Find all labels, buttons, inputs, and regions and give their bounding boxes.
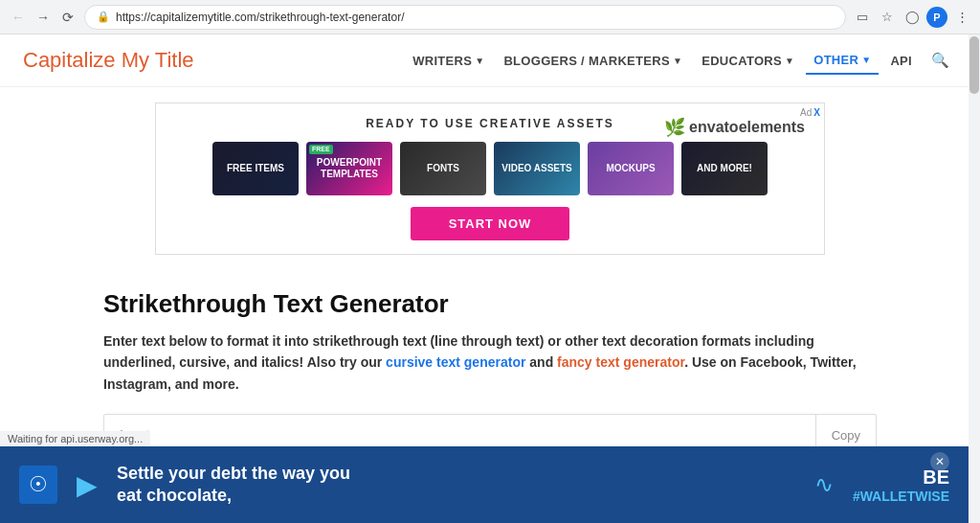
ad-banner: Ad X READY TO USE CREATIVE ASSETS 🌿 enva… [155, 102, 825, 255]
ad-item-ppt[interactable]: FREE POWERPOINT TEMPLATES [306, 142, 392, 195]
shield-icon: ☉ [29, 472, 48, 475]
site-nav: WRITERS ▼ BLOGGERS / MARKETERS ▼ EDUCATO… [405, 46, 957, 75]
ad-item-free[interactable]: FREE ITEMS [212, 142, 299, 195]
lock-icon: 🔒 [97, 11, 110, 23]
fancy-generator-link[interactable]: fancy text generator [557, 354, 684, 370]
chevron-down-icon: ▼ [785, 56, 794, 66]
nav-item-api[interactable]: API [882, 48, 920, 74]
extension-button[interactable]: ◯ [902, 7, 923, 28]
search-button[interactable]: 🔍 [924, 46, 957, 75]
ad-arrow-icon: ▶ [77, 469, 98, 476]
chevron-down-icon: ▼ [475, 56, 484, 66]
back-button[interactable]: ← [8, 7, 29, 28]
url-input[interactable] [116, 11, 834, 24]
ad-item-fonts[interactable]: FONTS [400, 142, 486, 195]
chevron-down-icon: ▼ [673, 56, 682, 66]
close-ad-button[interactable]: ✕ [930, 452, 949, 471]
profile-button[interactable]: P [926, 7, 947, 28]
scrollbar-thumb[interactable] [969, 36, 979, 94]
bottom-ad: ☉ ▶ Settle your debt the way you eat cho… [0, 446, 969, 475]
site-header: Capitalize My Title WRITERS ▼ BLOGGERS /… [0, 34, 980, 87]
site-logo[interactable]: Capitalize My Title [23, 48, 194, 73]
bookmark-button[interactable]: ☆ [877, 7, 898, 28]
page-description: Enter text below to format it into strik… [103, 330, 859, 395]
free-badge: FREE [309, 145, 333, 154]
reload-button[interactable]: ⟳ [57, 7, 78, 28]
logo-text2: My Title [122, 48, 194, 72]
start-now-button[interactable]: START NOW [411, 207, 570, 240]
nav-item-bloggers[interactable]: BLOGGERS / MARKETERS ▼ [496, 48, 690, 74]
ad-logo: ☉ [19, 466, 57, 475]
ad-banner-title: READY TO USE CREATIVE ASSETS [366, 117, 614, 130]
cursive-generator-link[interactable]: cursive text generator [386, 354, 525, 370]
chevron-down-icon: ▼ [861, 55, 871, 65]
ad-item-video[interactable]: VIDEO ASSETS [494, 142, 580, 195]
ad-item-mockups[interactable]: MOCKUPS [588, 142, 674, 195]
text-input[interactable] [165, 427, 815, 443]
ad-item-more[interactable]: AND MORE! [681, 142, 768, 195]
browser-nav-buttons: ← → ⟳ [8, 7, 78, 28]
nav-item-educators[interactable]: EDUCATORS ▼ [694, 48, 802, 74]
menu-button[interactable]: ⋮ [951, 7, 972, 28]
browser-actions: ▭ ☆ ◯ P ⋮ [852, 7, 972, 28]
ad-items: FREE ITEMS FREE POWERPOINT TEMPLATES FON… [212, 142, 768, 195]
scrollbar[interactable] [969, 34, 980, 475]
logo-text1: Capitalize [23, 48, 122, 72]
browser-chrome: ← → ⟳ 🔒 ▭ ☆ ◯ P ⋮ [0, 0, 980, 34]
website: Capitalize My Title WRITERS ▼ BLOGGERS /… [0, 34, 980, 475]
nav-item-writers[interactable]: WRITERS ▼ [405, 48, 492, 74]
envato-logo: 🌿 envatoelements [664, 117, 805, 138]
forward-button[interactable]: → [33, 7, 54, 28]
leaf-icon: 🌿 [664, 117, 685, 138]
address-bar[interactable]: 🔒 [84, 5, 846, 30]
status-bar: Waiting for api.userway.org... [0, 431, 150, 446]
wave-icon: ∿ [814, 471, 834, 475]
nav-item-other[interactable]: OTHER ▼ [806, 47, 879, 75]
cast-button[interactable]: ▭ [852, 7, 873, 28]
ad-text: Settle your debt the way you eat chocola… [117, 463, 795, 476]
page-title: Strikethrough Text Generator [103, 289, 877, 319]
